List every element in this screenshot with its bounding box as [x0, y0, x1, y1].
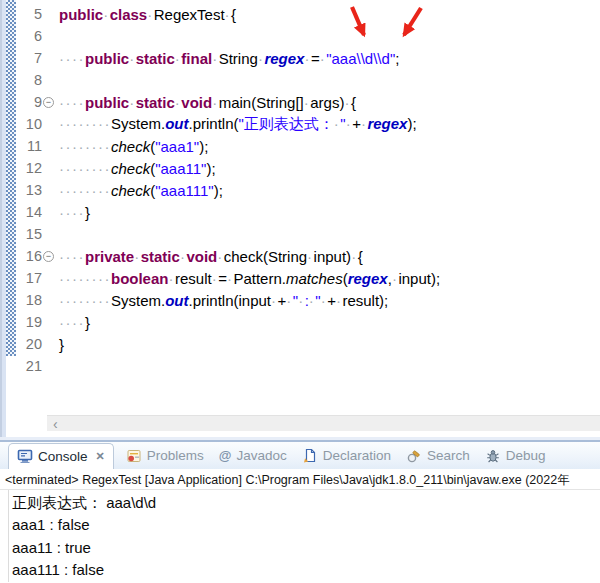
tab-label: Console: [38, 449, 88, 464]
line-number[interactable]: 10: [16, 116, 42, 132]
console-output-line: 正则表达式： aaa\d\d: [12, 492, 600, 514]
line-number[interactable]: 12: [16, 160, 42, 176]
line-number[interactable]: 18: [16, 292, 42, 308]
java-editor[interactable]: 5public·class·RegexTest·{67····public·st…: [6, 0, 600, 437]
line-number[interactable]: 13: [16, 182, 42, 198]
eclipse-window: 5public·class·RegexTest·{67····public·st…: [0, 0, 600, 583]
console-tab-bar: Console✕Problems@JavadocDeclarationSearc…: [0, 442, 600, 469]
code-line[interactable]: 5public·class·RegexTest·{: [16, 3, 600, 25]
console-icon: [17, 448, 33, 464]
tab-label: Javadoc: [236, 448, 286, 463]
line-number[interactable]: 21: [16, 358, 42, 374]
code-text: ····public·static·void·main(String[]·arg…: [54, 94, 600, 111]
line-number[interactable]: 5: [16, 6, 42, 22]
code-text: ········check("aaa111");: [54, 182, 600, 199]
console-output-line: aaa1 : false: [12, 514, 600, 536]
search-icon: [406, 448, 422, 464]
console-output-line: aaa11 : true: [12, 537, 600, 559]
line-number[interactable]: 8: [16, 72, 42, 88]
fold-collapse-icon[interactable]: −: [43, 97, 54, 108]
javadoc-icon: @: [219, 448, 232, 463]
problems-icon: [126, 448, 142, 464]
code-line[interactable]: 17········boolean·result·=·Pattern.match…: [16, 267, 600, 289]
console-process-title: <terminated> RegexTest [Java Application…: [0, 469, 600, 490]
code-line[interactable]: 18········System.out.println(input·+·"·:…: [16, 289, 600, 311]
code-text: ········System.out.println(input·+·"·:·"…: [54, 292, 600, 309]
fold-collapse-icon[interactable]: −: [43, 251, 54, 262]
code-text: public·class·RegexTest·{: [54, 6, 600, 23]
code-text: ····public·static·final·String·regex·=·"…: [54, 50, 600, 67]
code-text: ····}: [54, 314, 600, 331]
code-text: ········System.out.println("正则表达式：·"·+·r…: [54, 115, 600, 134]
code-text: ····private·static·void·check(String·inp…: [54, 248, 600, 265]
tab-console[interactable]: Console✕: [8, 443, 114, 469]
code-line[interactable]: 10········System.out.println("正则表达式：·"·+…: [16, 113, 600, 135]
tab-debug[interactable]: Debug: [485, 448, 546, 464]
horizontal-scrollbar[interactable]: ‹: [47, 415, 600, 431]
code-lines[interactable]: 5public·class·RegexTest·{67····public·st…: [16, 3, 600, 377]
line-number[interactable]: 11: [16, 138, 42, 154]
range-indicator-bar[interactable]: [6, 0, 16, 356]
tab-javadoc[interactable]: @Javadoc: [219, 448, 287, 463]
code-line[interactable]: 16−····private·static·void·check(String·…: [16, 245, 600, 267]
code-text: }: [54, 336, 600, 353]
tab-declaration[interactable]: Declaration: [302, 448, 391, 464]
console-output[interactable]: 正则表达式： aaa\d\daaa1 : falseaaa11 : trueaa…: [0, 490, 600, 582]
code-text: ····}: [54, 204, 600, 221]
tab-label: Search: [427, 448, 470, 463]
tab-label: Declaration: [323, 448, 391, 463]
line-number[interactable]: 15: [16, 226, 42, 242]
code-text: ········check("aaa1");: [54, 138, 600, 155]
line-number[interactable]: 6: [16, 28, 42, 44]
debug-icon: [485, 448, 501, 464]
line-number[interactable]: 7: [16, 50, 42, 66]
code-line[interactable]: 6: [16, 25, 600, 47]
code-line[interactable]: 14····}: [16, 201, 600, 223]
line-number[interactable]: 20: [16, 336, 42, 352]
scroll-left-icon[interactable]: ‹: [47, 417, 58, 431]
console-output-line: aaa111 : false: [12, 559, 600, 581]
code-line[interactable]: 20}: [16, 333, 600, 355]
line-number[interactable]: 17: [16, 270, 42, 286]
code-line[interactable]: 13········check("aaa111");: [16, 179, 600, 201]
line-number[interactable]: 16: [16, 248, 42, 264]
tab-problems[interactable]: Problems: [126, 448, 204, 464]
line-number[interactable]: 9: [16, 94, 42, 110]
code-line[interactable]: 15: [16, 223, 600, 245]
code-line[interactable]: 11········check("aaa1");: [16, 135, 600, 157]
code-text: ········check("aaa11");: [54, 160, 600, 177]
close-icon[interactable]: ✕: [93, 450, 105, 463]
code-line[interactable]: 9−····public·static·void·main(String[]·a…: [16, 91, 600, 113]
code-line[interactable]: 19····}: [16, 311, 600, 333]
code-line[interactable]: 12········check("aaa11");: [16, 157, 600, 179]
code-line[interactable]: 21: [16, 355, 600, 377]
tab-label: Debug: [506, 448, 546, 463]
code-line[interactable]: 7····public·static·final·String·regex·=·…: [16, 47, 600, 69]
console-view: Console✕Problems@JavadocDeclarationSearc…: [0, 442, 600, 583]
line-number[interactable]: 19: [16, 314, 42, 330]
code-line[interactable]: 8: [16, 69, 600, 91]
line-number[interactable]: 14: [16, 204, 42, 220]
tab-label: Problems: [147, 448, 204, 463]
declaration-icon: [302, 448, 318, 464]
tab-search[interactable]: Search: [406, 448, 470, 464]
code-text: ········boolean·result·=·Pattern.matches…: [54, 270, 600, 287]
